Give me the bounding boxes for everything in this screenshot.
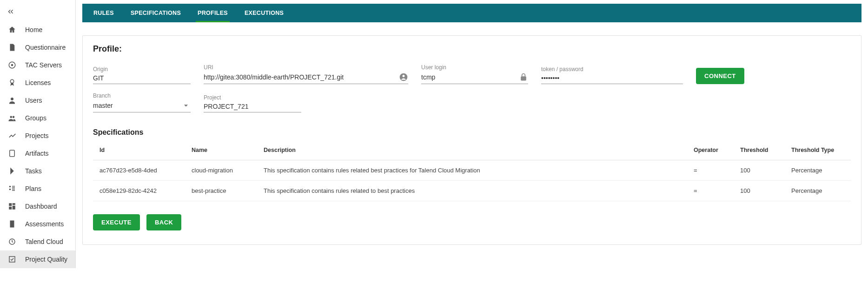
- artifacts-icon: [7, 149, 17, 158]
- connect-button[interactable]: CONNECT: [696, 68, 744, 84]
- token-field: token / password: [541, 66, 683, 84]
- sidebar-item-groups[interactable]: Groups: [0, 109, 75, 127]
- sidebar: HomeQuestionnaireTAC ServersLicensesUser…: [0, 0, 76, 268]
- cell-threshold: 100: [735, 160, 786, 181]
- branch-field: Branch: [93, 92, 191, 112]
- column-header: Name: [186, 140, 258, 160]
- questionnaire-icon: [7, 43, 17, 52]
- sidebar-item-label: Groups: [25, 114, 46, 122]
- sidebar-item-label: Dashboard: [25, 203, 57, 210]
- sidebar-item-projects[interactable]: Projects: [0, 127, 75, 145]
- user-icon: [7, 96, 17, 105]
- sidebar-item-questionnaire[interactable]: Questionnaire: [0, 39, 75, 56]
- token-label: token / password: [541, 66, 683, 72]
- sidebar-collapse-button[interactable]: [0, 4, 75, 21]
- project-label: Project: [204, 94, 301, 101]
- origin-label: Origin: [93, 66, 191, 72]
- cell-id: ac767d23-e5d8-4ded: [93, 160, 186, 181]
- profile-section-title: Profile:: [93, 44, 851, 54]
- login-label: User login: [421, 64, 528, 71]
- sidebar-item-label: Projects: [25, 132, 49, 139]
- sidebar-item-label: Project Quality: [25, 256, 67, 263]
- column-header: Id: [93, 140, 186, 160]
- back-button[interactable]: BACK: [146, 214, 182, 230]
- table-row[interactable]: ac767d23-e5d8-4dedcloud-migrationThis sp…: [93, 160, 851, 181]
- execute-button[interactable]: EXECUTE: [93, 214, 140, 230]
- quality-icon: [7, 255, 17, 264]
- sidebar-item-talend-cloud[interactable]: Talend Cloud: [0, 233, 75, 250]
- column-header: Operator: [688, 140, 735, 160]
- profile-panel: Profile: Origin URI User login: [82, 35, 861, 245]
- login-field: User login: [421, 64, 528, 84]
- origin-field: Origin: [93, 66, 191, 84]
- uri-field: URI: [204, 64, 408, 84]
- projects-icon: [7, 131, 17, 140]
- sidebar-item-label: Questionnaire: [25, 44, 66, 51]
- cell-description: This specification contains rules relate…: [258, 181, 688, 201]
- sidebar-item-tac-servers[interactable]: TAC Servers: [0, 56, 75, 74]
- sidebar-item-label: Artifacts: [25, 150, 49, 157]
- tab-executions[interactable]: EXECUTIONS: [243, 4, 285, 22]
- column-header: Threshold: [735, 140, 786, 160]
- sidebar-item-tasks[interactable]: Tasks: [0, 162, 75, 180]
- chevrons-left-icon: [7, 7, 15, 16]
- main-content: RULESSPECIFICATIONSPROFILESEXECUTIONS Pr…: [76, 0, 868, 268]
- cell-threshold_type: Percentage: [786, 181, 851, 201]
- dashboard-icon: [7, 202, 17, 211]
- cell-name: cloud-migration: [186, 160, 258, 181]
- sidebar-item-label: Tasks: [25, 167, 42, 175]
- sidebar-item-label: TAC Servers: [25, 61, 62, 69]
- assessments-icon: [7, 219, 17, 229]
- tab-specifications[interactable]: SPECIFICATIONS: [129, 4, 183, 22]
- branch-select[interactable]: [93, 102, 179, 109]
- tasks-icon: [7, 166, 17, 176]
- tac-icon: [7, 60, 17, 70]
- cell-operator: =: [688, 181, 735, 201]
- sidebar-item-users[interactable]: Users: [0, 92, 75, 109]
- caret-down-icon: [181, 101, 191, 110]
- sidebar-item-home[interactable]: Home: [0, 21, 75, 39]
- specifications-section-title: Specifications: [93, 128, 851, 137]
- token-input[interactable]: [541, 74, 683, 82]
- sidebar-item-artifacts[interactable]: Artifacts: [0, 145, 75, 162]
- uri-label: URI: [204, 64, 408, 71]
- branch-label: Branch: [93, 92, 191, 99]
- sidebar-item-label: Users: [25, 97, 42, 104]
- plans-icon: [7, 184, 17, 193]
- column-header: Description: [258, 140, 688, 160]
- specifications-table: IdNameDescriptionOperatorThresholdThresh…: [93, 140, 851, 201]
- sidebar-item-label: Assessments: [25, 220, 64, 228]
- cell-id: c058e129-82dc-4242: [93, 181, 186, 201]
- sidebar-item-project-quality[interactable]: Project Quality: [0, 250, 75, 268]
- login-input[interactable]: [421, 73, 516, 81]
- column-header: Threshold Type: [786, 140, 851, 160]
- tab-rules[interactable]: RULES: [92, 4, 116, 22]
- sidebar-item-dashboard[interactable]: Dashboard: [0, 197, 75, 215]
- group-icon: [7, 113, 17, 123]
- cell-description: This specification contains rules relate…: [258, 160, 688, 181]
- cell-threshold_type: Percentage: [786, 160, 851, 181]
- tab-profiles[interactable]: PROFILES: [196, 4, 230, 22]
- sidebar-item-plans[interactable]: Plans: [0, 180, 75, 197]
- cell-operator: =: [688, 160, 735, 181]
- cell-threshold: 100: [735, 181, 786, 201]
- person-icon: [399, 72, 408, 82]
- table-row[interactable]: c058e129-82dc-4242best-practiceThis spec…: [93, 181, 851, 201]
- sidebar-item-assessments[interactable]: Assessments: [0, 215, 75, 233]
- home-icon: [7, 25, 17, 34]
- cloud-icon: [7, 237, 17, 246]
- tab-bar: RULESSPECIFICATIONSPROFILESEXECUTIONS: [82, 4, 861, 22]
- project-input[interactable]: [204, 103, 301, 110]
- uri-input[interactable]: [204, 73, 396, 81]
- sidebar-item-label: Home: [25, 26, 42, 33]
- sidebar-item-label: Plans: [25, 185, 41, 192]
- origin-input[interactable]: [93, 74, 191, 82]
- sidebar-item-licenses[interactable]: Licenses: [0, 74, 75, 92]
- cell-name: best-practice: [186, 181, 258, 201]
- sidebar-item-label: Licenses: [25, 79, 51, 86]
- lock-icon: [519, 72, 528, 82]
- license-icon: [7, 78, 17, 87]
- sidebar-item-label: Talend Cloud: [25, 238, 63, 245]
- project-field: Project: [204, 94, 301, 112]
